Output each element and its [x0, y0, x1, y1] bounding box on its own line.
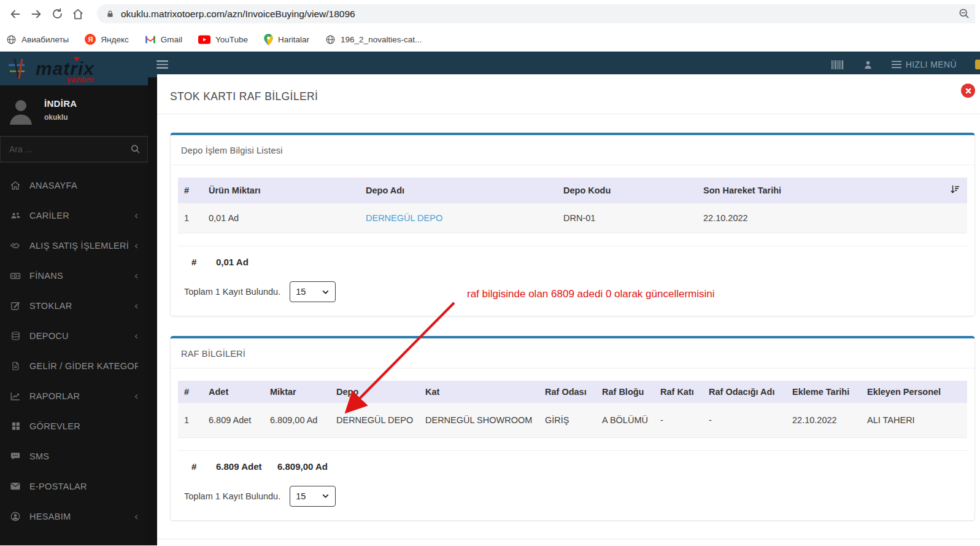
user-name: İNDİRA	[44, 98, 77, 109]
shelf-miktar-cell: 6.809,00 Ad	[264, 403, 330, 437]
user-panel: İNDİRA okuklu	[0, 85, 148, 136]
bookmark-yandex[interactable]: Я Яндекс	[85, 34, 128, 45]
shelf-card-title: RAF BİLGİLERİ	[171, 338, 974, 368]
shelf-pagesize-select[interactable]: 15	[290, 486, 336, 507]
annotation-text: raf bilgisinde olan 6809 adedi 0 olarak …	[467, 288, 715, 300]
chevron-down-icon	[322, 492, 330, 500]
yandex-icon: Я	[85, 34, 96, 45]
shelf-info-card: RAF BİLGİLERİ # Adet Miktar Depo Kat	[170, 336, 975, 521]
stok-karti-modal: STOK KARTI RAF BİLGİLERİ Depo İşlem Bilg…	[157, 74, 980, 545]
grid-icon	[10, 421, 21, 431]
browser-toolbar: okuklu.matrixotoerp.com/azn/InvoiceBuyin…	[0, 0, 980, 28]
handshake-icon	[9, 240, 21, 251]
bookmark-youtube[interactable]: YouTube	[198, 35, 248, 44]
zoom-out-icon[interactable]	[958, 7, 970, 20]
sidebar-item-depocu[interactable]: DEPOCU ‹	[0, 321, 148, 351]
comment-icon	[10, 451, 21, 461]
depot-table-footer: # 0,01 Ad	[178, 246, 967, 278]
logo-sub-text: yazılım	[67, 75, 93, 84]
bookmark-haritalar[interactable]: Haritalar	[264, 34, 309, 45]
modal-title: STOK KARTI RAF BİLGİLERİ	[170, 90, 318, 103]
depot-total-text: Toplam 1 Kayıt Bulundu.	[184, 287, 280, 297]
barcode-icon[interactable]	[831, 60, 844, 70]
shelf-total-text: Toplam 1 Kayıt Bulundu.	[184, 491, 280, 501]
reload-icon[interactable]	[47, 4, 68, 25]
globe-icon	[325, 34, 336, 45]
shelf-table-footer: # 6.809 Adet 6.809,00 Ad	[178, 451, 967, 482]
sidebar-item-alis-satis[interactable]: ALIŞ SATIŞ İŞLEMLERİ ‹	[0, 230, 148, 260]
back-icon[interactable]	[5, 4, 26, 25]
depot-name-link[interactable]: DERNEGÜL DEPO	[366, 213, 442, 223]
sidebar-menu: ANASAYFA CARİLER ‹ ALIŞ SATIŞ İŞLEMLERİ …	[0, 163, 148, 531]
shelf-table: # Adet Miktar Depo Kat Raf Odası Raf Blo…	[178, 381, 967, 438]
users-icon	[10, 210, 21, 221]
logo-dot	[74, 57, 80, 61]
lock-icon	[106, 9, 115, 18]
home-button-icon[interactable]	[68, 4, 88, 25]
avatar	[6, 95, 36, 125]
database-icon	[10, 330, 21, 341]
sidebar: matrix yazılım İNDİRA okuklu ANASAYFA	[0, 52, 148, 545]
chart-icon	[10, 391, 21, 402]
menu-bars-icon	[892, 59, 901, 70]
sidebar-item-sms[interactable]: SMS	[0, 441, 148, 471]
user-company: okuklu	[44, 113, 77, 122]
sort-icon[interactable]	[949, 184, 961, 195]
sidebar-toggle-icon[interactable]	[156, 58, 168, 71]
sidebar-item-finans[interactable]: FİNANS ‹	[0, 260, 148, 291]
search-icon[interactable]	[130, 144, 141, 154]
modal-footer-divider	[157, 539, 980, 539]
sidebar-item-hesabim[interactable]: HESABIM ‹	[0, 501, 148, 531]
shelf-table-header: # Adet Miktar Depo Kat Raf Odası Raf Blo…	[178, 381, 967, 403]
cart-icon[interactable]	[975, 60, 980, 69]
sidebar-item-raporlar[interactable]: RAPORLAR ‹	[0, 381, 148, 411]
app-logo[interactable]: matrix yazılım	[0, 52, 148, 85]
bookmark-gmail[interactable]: Gmail	[145, 35, 182, 44]
depot-table-row: 1 0,01 Ad DERNEGÜL DEPO DRN-01 22.10.202…	[178, 203, 967, 233]
shelf-table-row: 1 6.809 Adet 6.809,00 Ad DERNEGÜL DEPO D…	[178, 403, 967, 437]
depot-table: # Ürün Miktarı Depo Adı Depo Kodu Son Ha…	[178, 177, 967, 233]
address-bar[interactable]: okuklu.matrixotoerp.com/azn/InvoiceBuyin…	[97, 4, 975, 23]
file-icon	[10, 361, 20, 372]
envelope-icon	[10, 482, 21, 491]
home-icon	[10, 180, 21, 191]
chevron-down-icon	[322, 288, 330, 296]
money-icon	[9, 270, 21, 281]
depot-card-title: Depo İşlem Bilgisi Listesi	[171, 135, 974, 165]
search-input[interactable]	[0, 136, 148, 162]
sidebar-item-anasayfa[interactable]: ANASAYFA	[0, 170, 148, 200]
depot-table-header: # Ürün Miktarı Depo Adı Depo Kodu Son Ha…	[178, 177, 967, 203]
bookmark-aviabilety[interactable]: Авиабилеты	[6, 34, 69, 45]
sidebar-item-stoklar[interactable]: STOKLAR ‹	[0, 291, 148, 321]
url-text: okuklu.matrixotoerp.com/azn/InvoiceBuyin…	[121, 9, 355, 20]
forward-icon[interactable]	[26, 4, 47, 25]
close-button[interactable]	[961, 84, 975, 98]
maps-icon	[264, 34, 273, 45]
globe-icon	[6, 34, 17, 45]
youtube-icon	[198, 35, 210, 44]
sidebar-item-cariler[interactable]: CARİLER ‹	[0, 200, 148, 230]
bookmarks-bar: Авиабилеты Я Яндекс Gmail YouTube Harita…	[0, 28, 980, 52]
user-icon[interactable]	[863, 60, 873, 70]
matrix-logo-icon	[6, 57, 31, 81]
quick-menu-button[interactable]: HIZLI MENÜ	[892, 59, 957, 70]
edit-icon	[10, 300, 21, 311]
user-circle-icon	[10, 511, 21, 522]
sidebar-item-gelir-gider[interactable]: GELİR / GİDER KATEGORİ	[0, 351, 148, 381]
close-icon	[965, 87, 972, 95]
sidebar-item-epostalar[interactable]: E-POSTALAR	[0, 471, 148, 501]
sidebar-item-gorevler[interactable]: GÖREVLER	[0, 411, 148, 441]
topbar: HIZLI MENÜ	[148, 52, 980, 77]
bookmark-novalties[interactable]: 196_2_novalties-cat...	[325, 34, 422, 45]
gmail-icon	[145, 35, 156, 44]
depot-pagesize-select[interactable]: 15	[290, 281, 336, 302]
